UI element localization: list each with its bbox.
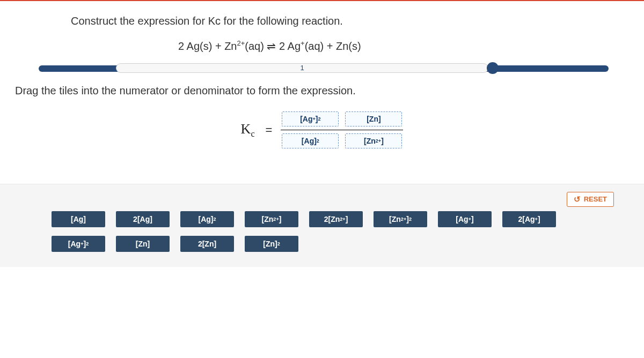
tiles-row-1: [Ag]2[Ag][Ag]2[Zn2+]2[Zn2+][Zn2+]2[Ag+]2…: [52, 211, 567, 227]
reset-icon: ↺: [574, 195, 581, 203]
tile[interactable]: [Zn]2: [245, 236, 298, 252]
question-prompt: Construct the expression for Kc for the …: [0, 1, 644, 36]
tile[interactable]: [Zn2+]: [245, 211, 298, 227]
tile[interactable]: [Ag]: [52, 211, 105, 227]
progress-bar: 1: [39, 62, 609, 74]
tiles-panel: ↺ RESET [Ag]2[Ag][Ag]2[Zn2+]2[Zn2+][Zn2+…: [0, 184, 644, 267]
tile[interactable]: [Ag+]2: [52, 236, 105, 252]
progress-step-label: 1: [300, 64, 304, 72]
numerator-row[interactable]: [Ag+]2[Zn]: [281, 109, 403, 129]
tile[interactable]: [Ag]2: [180, 211, 234, 227]
tile[interactable]: 2[Ag]: [116, 211, 170, 227]
denominator-slot[interactable]: [Zn2+]: [345, 133, 402, 148]
tile[interactable]: [Zn2+]2: [374, 211, 427, 227]
tile[interactable]: [Ag+]: [438, 211, 492, 227]
reset-button[interactable]: ↺ RESET: [567, 192, 614, 207]
progress-knob[interactable]: [487, 62, 499, 74]
fraction: [Ag+]2[Zn] [Ag]2[Zn2+]: [281, 109, 403, 151]
reaction-equation: 2 Ag(s) + Zn2+(aq) ⇌ 2 Ag+(aq) + Zn(s): [178, 36, 644, 62]
equals-sign: =: [262, 123, 274, 137]
tiles-row-2: [Ag+]2[Zn]2[Zn][Zn]2: [52, 236, 567, 252]
fraction-bar: [281, 130, 403, 130]
tile[interactable]: [Zn]: [116, 236, 170, 252]
denominator-slot[interactable]: [Ag]2: [282, 133, 339, 148]
reset-label: RESET: [584, 195, 607, 203]
drag-instruction: Drag the tiles into the numerator or den…: [0, 74, 644, 97]
numerator-slot[interactable]: [Ag+]2: [282, 111, 339, 126]
tile[interactable]: 2[Ag+]: [502, 211, 556, 227]
numerator-slot[interactable]: [Zn]: [345, 111, 402, 126]
progress-step-pill[interactable]: 1: [116, 63, 488, 73]
expression-area: Kc = [Ag+]2[Zn] [Ag]2[Zn2+]: [0, 107, 644, 154]
kc-symbol: Kc: [241, 121, 255, 139]
denominator-row[interactable]: [Ag]2[Zn2+]: [281, 131, 403, 151]
tile[interactable]: 2[Zn]: [180, 236, 234, 252]
tile[interactable]: 2[Zn2+]: [309, 211, 363, 227]
